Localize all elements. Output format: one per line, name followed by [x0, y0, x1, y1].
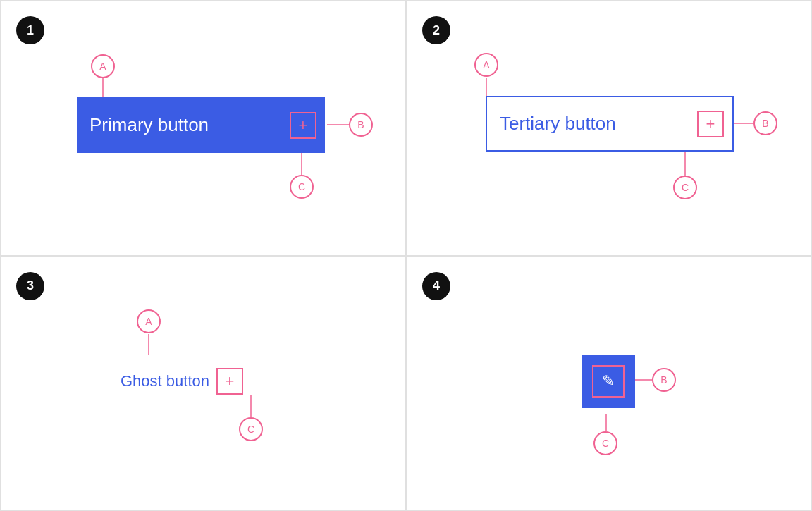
ghost-button[interactable]: Ghost button + [121, 368, 243, 395]
cell-tertiary: 2 A Tertiary button + B C [406, 0, 812, 256]
tertiary-button-label: Tertiary button [500, 113, 616, 135]
cell-primary: 1 A Primary button + B C [0, 0, 406, 256]
label-c-3: C [239, 417, 263, 441]
tertiary-button[interactable]: Tertiary button + [486, 96, 734, 152]
tertiary-button-icon: + [697, 111, 724, 137]
main-grid: 1 A Primary button + B C [0, 0, 812, 511]
ghost-button-icon: + [216, 368, 243, 395]
label-b-4: B [652, 368, 676, 392]
icon-button-border: ✎ [592, 365, 625, 398]
icon-button[interactable]: ✎ [582, 355, 635, 408]
cell-ghost: 3 A Ghost button + C [0, 256, 406, 512]
number-badge-2: 2 [422, 16, 450, 44]
label-c-4: C [593, 431, 617, 455]
primary-button[interactable]: Primary button + [77, 97, 325, 153]
pencil-icon: ✎ [602, 372, 615, 390]
label-a-3: A [137, 309, 161, 333]
primary-button-icon: + [290, 112, 316, 139]
ghost-button-label: Ghost button [121, 372, 209, 390]
label-c-2: C [673, 176, 697, 199]
primary-button-label: Primary button [90, 114, 209, 136]
label-b-2: B [753, 111, 777, 135]
number-badge-3: 3 [16, 272, 44, 300]
label-b-1: B [349, 113, 373, 137]
number-badge-1: 1 [16, 16, 44, 44]
label-a-2: A [474, 53, 498, 77]
number-badge-4: 4 [422, 272, 450, 300]
label-c-1: C [290, 175, 314, 199]
cell-icon: 4 ✎ B C [406, 256, 812, 512]
label-a-1: A [91, 54, 115, 78]
